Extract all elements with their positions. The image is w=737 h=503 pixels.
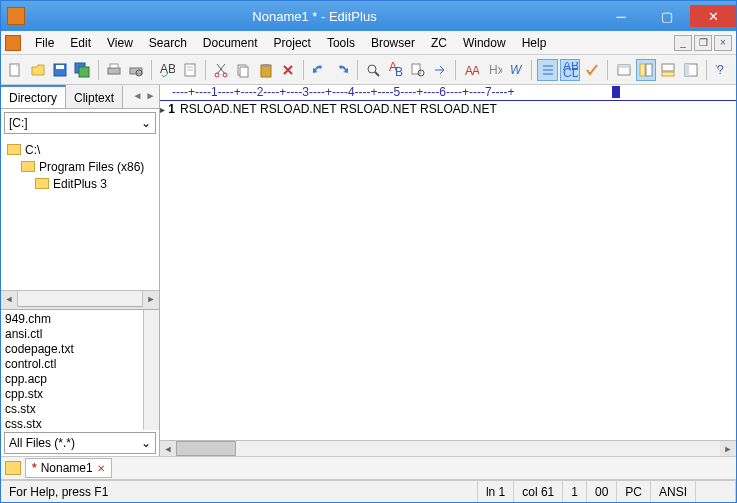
line-marker-icon: ▸ bbox=[160, 104, 165, 115]
minimize-button[interactable]: ─ bbox=[598, 5, 644, 27]
line-number-icon[interactable] bbox=[537, 59, 557, 81]
open-file-icon[interactable] bbox=[27, 59, 47, 81]
filelist-vscrollbar[interactable] bbox=[143, 310, 159, 430]
menu-browser[interactable]: Browser bbox=[363, 33, 423, 53]
redo-icon[interactable] bbox=[332, 59, 352, 81]
svg-text:CD: CD bbox=[563, 66, 578, 78]
font-icon[interactable]: AA bbox=[461, 59, 481, 81]
list-item[interactable]: cpp.acp bbox=[5, 372, 155, 387]
menu-zc[interactable]: ZC bbox=[423, 33, 455, 53]
list-item[interactable]: cpp.stx bbox=[5, 387, 155, 402]
editor-hscrollbar[interactable]: ◄ ► bbox=[160, 440, 736, 456]
toolbar: ABC AB AA Hx W ABCD ? bbox=[1, 55, 736, 85]
replace-icon[interactable]: AB bbox=[385, 59, 405, 81]
print-preview-icon[interactable] bbox=[126, 59, 146, 81]
delete-icon[interactable] bbox=[278, 59, 298, 81]
document-tab[interactable]: * Noname1 ✕ bbox=[25, 458, 112, 478]
undo-icon[interactable] bbox=[309, 59, 329, 81]
tab-scroll-left-icon[interactable]: ◄ bbox=[132, 91, 143, 102]
status-resize-grip[interactable] bbox=[696, 481, 736, 502]
drive-combobox[interactable]: [C:] ⌄ bbox=[4, 112, 156, 134]
svg-text:?: ? bbox=[717, 63, 724, 77]
scroll-right-icon[interactable]: ► bbox=[720, 441, 736, 456]
window-title: Noname1 * - EditPlus bbox=[31, 9, 598, 24]
filter-combobox[interactable]: All Files (*.*) ⌄ bbox=[4, 432, 156, 454]
status-sel: 1 bbox=[563, 481, 587, 502]
tab-scroll-right-icon[interactable]: ► bbox=[145, 91, 156, 102]
modified-indicator: * bbox=[32, 461, 37, 475]
code-content[interactable]: RSLOAD.NET RSLOAD.NET RSLOAD.NET RSLOAD.… bbox=[178, 101, 736, 440]
output-panel-icon[interactable] bbox=[658, 59, 678, 81]
save-all-icon[interactable] bbox=[72, 59, 92, 81]
list-item[interactable]: 949.chm bbox=[5, 312, 155, 327]
find-icon[interactable] bbox=[363, 59, 383, 81]
tree-child2[interactable]: EditPlus 3 bbox=[53, 177, 107, 191]
directory-panel-icon[interactable] bbox=[636, 59, 656, 81]
scroll-left-icon[interactable]: ◄ bbox=[160, 441, 176, 456]
svg-rect-6 bbox=[110, 64, 118, 68]
titlebar[interactable]: Noname1 * - EditPlus ─ ▢ ✕ bbox=[1, 1, 736, 31]
list-item[interactable]: ansi.ctl bbox=[5, 327, 155, 342]
svg-rect-2 bbox=[56, 65, 64, 69]
goto-line-icon[interactable] bbox=[430, 59, 450, 81]
cut-icon[interactable] bbox=[211, 59, 231, 81]
folder-tree[interactable]: C:\ Program Files (x86) EditPlus 3 bbox=[1, 137, 159, 290]
spellcheck-icon[interactable]: ABC bbox=[157, 59, 177, 81]
drive-combo-value: [C:] bbox=[9, 116, 28, 130]
editor-area: ----+----1----+----2----+----3----+----4… bbox=[160, 85, 736, 456]
tab-folder-icon[interactable] bbox=[5, 461, 21, 475]
list-item[interactable]: codepage.txt bbox=[5, 342, 155, 357]
tab-cliptext[interactable]: Cliptext bbox=[66, 85, 123, 108]
menu-window[interactable]: Window bbox=[455, 33, 514, 53]
menu-document[interactable]: Document bbox=[195, 33, 266, 53]
menu-project[interactable]: Project bbox=[266, 33, 319, 53]
file-list[interactable]: 949.chm ansi.ctl codepage.txt control.ct… bbox=[1, 310, 159, 430]
menu-help[interactable]: Help bbox=[514, 33, 555, 53]
paste-icon[interactable] bbox=[256, 59, 276, 81]
list-item[interactable]: cs.stx bbox=[5, 402, 155, 417]
mdi-close[interactable]: × bbox=[714, 35, 732, 51]
help-icon[interactable]: ? bbox=[712, 59, 732, 81]
svg-rect-39 bbox=[662, 72, 674, 76]
print-icon[interactable] bbox=[103, 59, 123, 81]
list-item[interactable]: control.ctl bbox=[5, 357, 155, 372]
tab-directory[interactable]: Directory bbox=[1, 85, 66, 108]
svg-line-20 bbox=[375, 72, 379, 76]
svg-rect-37 bbox=[646, 64, 652, 76]
list-item[interactable]: css.stx bbox=[5, 417, 155, 430]
svg-rect-18 bbox=[263, 64, 269, 67]
copy-icon[interactable] bbox=[233, 59, 253, 81]
svg-rect-4 bbox=[79, 67, 89, 77]
text-editor[interactable]: ▸ 1 RSLOAD.NET RSLOAD.NET RSLOAD.NET RSL… bbox=[160, 101, 736, 440]
menu-tools[interactable]: Tools bbox=[319, 33, 363, 53]
save-icon[interactable] bbox=[50, 59, 70, 81]
close-tab-icon[interactable]: ✕ bbox=[97, 463, 105, 474]
new-file-icon[interactable] bbox=[5, 59, 25, 81]
menu-view[interactable]: View bbox=[99, 33, 141, 53]
highlight-icon[interactable]: Hx bbox=[484, 59, 504, 81]
tree-child1[interactable]: Program Files (x86) bbox=[39, 160, 144, 174]
mdi-minimize[interactable]: _ bbox=[674, 35, 692, 51]
svg-point-19 bbox=[368, 65, 376, 73]
menu-edit[interactable]: Edit bbox=[62, 33, 99, 53]
check-syntax-icon[interactable] bbox=[582, 59, 602, 81]
maximize-button[interactable]: ▢ bbox=[644, 5, 690, 27]
scroll-thumb[interactable] bbox=[176, 441, 236, 456]
menu-app-icon[interactable] bbox=[5, 35, 21, 51]
svg-text:B: B bbox=[395, 65, 403, 78]
menu-file[interactable]: File bbox=[27, 33, 62, 53]
menu-search[interactable]: Search bbox=[141, 33, 195, 53]
browser-icon[interactable] bbox=[613, 59, 633, 81]
document-template-icon[interactable] bbox=[179, 59, 199, 81]
ruler-icon[interactable]: ABCD bbox=[560, 59, 580, 81]
wordwrap-icon[interactable]: W bbox=[506, 59, 526, 81]
tree-root[interactable]: C:\ bbox=[25, 143, 40, 157]
svg-rect-36 bbox=[640, 64, 645, 76]
tree-hscrollbar[interactable] bbox=[1, 290, 159, 306]
status-ovr: 00 bbox=[587, 481, 617, 502]
cliptext-panel-icon[interactable] bbox=[681, 59, 701, 81]
mdi-restore[interactable]: ❐ bbox=[694, 35, 712, 51]
status-help: For Help, press F1 bbox=[1, 481, 478, 502]
find-in-files-icon[interactable] bbox=[408, 59, 428, 81]
close-button[interactable]: ✕ bbox=[690, 5, 736, 27]
